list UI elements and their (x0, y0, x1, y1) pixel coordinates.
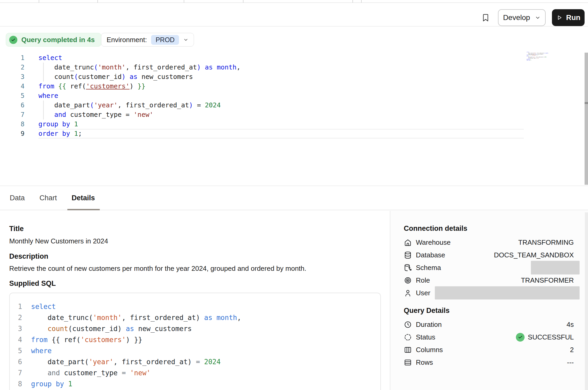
line-number: 9 (0, 129, 24, 138)
code-line[interactable]: 3 count(customer_id) as new_customers (0, 72, 588, 82)
connection-row-database: DatabaseDOCS_TEAM_SANDBOX (390, 249, 588, 261)
code-line[interactable]: 6 date_part('year', first_ordered_at) = … (0, 101, 588, 110)
code-text: group by 1 (38, 119, 78, 129)
tab-chart[interactable]: Chart (39, 186, 57, 210)
code-line[interactable]: 9order by 1; (0, 129, 588, 138)
editor-minimap[interactable]: select date_trunc('month', first_ordered… (525, 52, 554, 66)
chevron-down-icon (535, 15, 541, 21)
row-value: 2 (570, 346, 574, 354)
develop-button[interactable]: Develop (498, 9, 546, 26)
line-number: 1 (10, 301, 22, 312)
line-number: 7 (0, 110, 24, 119)
active-line-highlight (38, 129, 524, 138)
play-icon (556, 14, 562, 21)
code-text: count(customer_id) as new_customers (31, 323, 192, 334)
line-number: 5 (10, 345, 22, 356)
editor-code[interactable]: 1select2 date_trunc('month', first_order… (0, 53, 588, 138)
code-line[interactable]: 4from {{ ref('customers') }} (0, 82, 588, 91)
line-number: 3 (0, 72, 24, 82)
row-value: SUCCESSFUL (516, 333, 574, 342)
details-right-panel: Connection details WarehouseTRANSFORMING… (390, 211, 588, 390)
check-circle-icon (9, 36, 17, 44)
row-label: Schema (416, 264, 441, 272)
code-text: date_trunc('month', first_ordered_at) as… (31, 312, 241, 323)
title-heading: Title (9, 224, 24, 233)
schema-icon (404, 264, 412, 272)
code-text: date_part('year', first_ordered_at) = 20… (38, 101, 221, 110)
develop-button-label: Develop (503, 13, 530, 22)
query-status-text: Query completed in 4s (21, 36, 95, 44)
code-line[interactable]: 8group by 1 (0, 119, 588, 129)
run-button[interactable]: Run (552, 9, 585, 26)
redacted-value (435, 286, 580, 299)
code-line: 6 date_part('year', first_ordered_at) = … (10, 356, 380, 367)
details-panel: Title Monthly New Customers in 2024 Desc… (0, 211, 588, 390)
code-text: select (38, 53, 62, 63)
code-text: count(customer_id) as new_customers (38, 72, 193, 82)
redacted-value (531, 261, 580, 274)
warehouse-icon (404, 238, 412, 247)
query-row-rows: Rows--- (390, 356, 588, 369)
row-value-text: 2 (570, 346, 574, 354)
row-label: Columns (416, 346, 443, 354)
code-line: 5where (10, 345, 380, 356)
line-number: 8 (10, 378, 22, 389)
success-check-icon (516, 333, 525, 342)
code-text: order by 1; (527, 60, 531, 61)
row-value-text: TRANSFORMER (521, 276, 574, 284)
supplied-sql-heading: Supplied SQL (9, 279, 56, 288)
code-text: from {{ ref('customers') }} (38, 82, 145, 91)
code-line[interactable]: 1select (0, 53, 588, 63)
code-text: date_trunc('month', first_ordered_at) as… (38, 63, 241, 72)
code-text: date_part('year', first_ordered_at) = 20… (31, 356, 221, 367)
row-label: Role (416, 276, 430, 284)
row-value-text: SUCCESSFUL (528, 333, 574, 341)
code-text: and customer_type = 'new' (38, 110, 153, 119)
row-label: Warehouse (416, 238, 451, 247)
environment-select[interactable]: Environment: PROD (101, 33, 194, 47)
code-text: where (31, 345, 52, 356)
code-line[interactable]: 7 and customer_type = 'new' (0, 110, 588, 119)
row-label: User (416, 289, 430, 297)
tab-separator (243, 0, 243, 3)
tab-data[interactable]: Data (9, 186, 25, 210)
code-line[interactable]: 5where (0, 91, 588, 101)
editor-scrollbar[interactable] (585, 53, 588, 185)
environment-label: Environment: (107, 36, 147, 44)
query-details-heading: Query Details (404, 306, 450, 315)
row-value: 4s (567, 321, 574, 329)
run-button-label: Run (566, 13, 580, 22)
line-number: 7 (10, 367, 22, 378)
role-icon (404, 276, 412, 284)
code-line: 4from {{ ref('customers') }} (10, 334, 380, 345)
details-left-panel: Title Monthly New Customers in 2024 Desc… (0, 211, 390, 390)
bookmark-icon[interactable] (481, 12, 490, 23)
tab-separator (97, 0, 98, 3)
row-value-text: --- (567, 358, 574, 367)
sql-editor[interactable]: 1select2 date_trunc('month', first_order… (0, 53, 588, 186)
supplied-sql-block: 1select2 date_trunc('month', first_order… (9, 293, 381, 390)
active-tab-indicator (67, 209, 100, 210)
code-text: and customer_type = 'new' (31, 367, 151, 378)
query-status-badge: Query completed in 4s (6, 33, 101, 47)
indent-guide (43, 63, 44, 82)
line-number: 6 (0, 101, 24, 110)
code-text: group by 1 (31, 378, 72, 389)
query-row-status: StatusSUCCESSFUL (390, 331, 588, 343)
columns-icon (404, 346, 412, 354)
code-line: 2 date_trunc('month', first_ordered_at) … (10, 312, 380, 323)
rows-icon (404, 358, 412, 367)
line-number: 2 (10, 312, 22, 323)
row-label: Duration (416, 321, 442, 329)
status-bar: Query completed in 4s Environment: PROD (0, 27, 588, 53)
connection-row-schema: Schema (390, 261, 588, 274)
database-icon (404, 251, 412, 259)
code-line[interactable]: 2 date_trunc('month', first_ordered_at) … (0, 63, 588, 72)
result-tabs: DataChartDetails (0, 186, 588, 210)
details-scrollbar[interactable] (585, 212, 588, 390)
tab-details[interactable]: Details (71, 186, 96, 210)
code-line: 7 and customer_type = 'new' (10, 367, 380, 378)
tab-label: Details (72, 194, 95, 202)
line-number: 8 (0, 119, 24, 129)
top-tab-strip (0, 0, 588, 3)
